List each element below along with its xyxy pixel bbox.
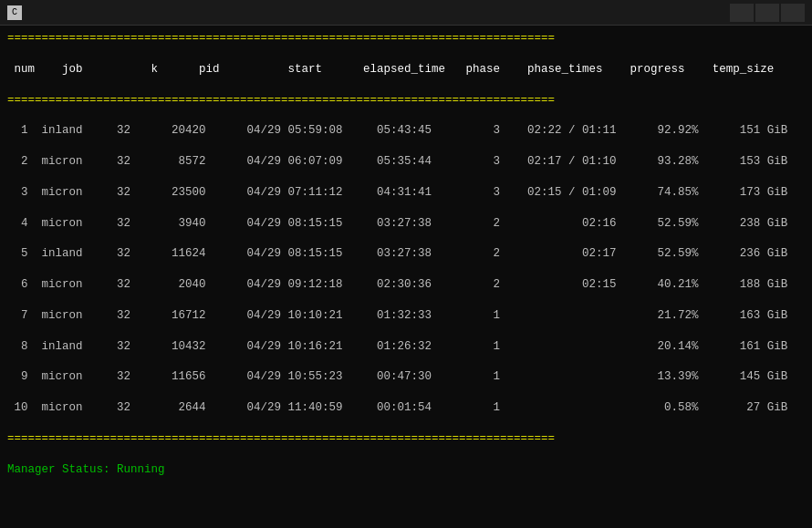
title-bar: C	[0, 0, 812, 26]
console-output: ========================================…	[0, 26, 812, 528]
cmd-icon: C	[7, 5, 22, 20]
maximize-button[interactable]	[755, 4, 779, 22]
window-controls	[730, 4, 805, 22]
window: C ======================================…	[0, 0, 812, 528]
title-bar-left: C	[7, 5, 27, 20]
close-button[interactable]	[781, 4, 805, 22]
minimize-button[interactable]	[730, 4, 754, 22]
